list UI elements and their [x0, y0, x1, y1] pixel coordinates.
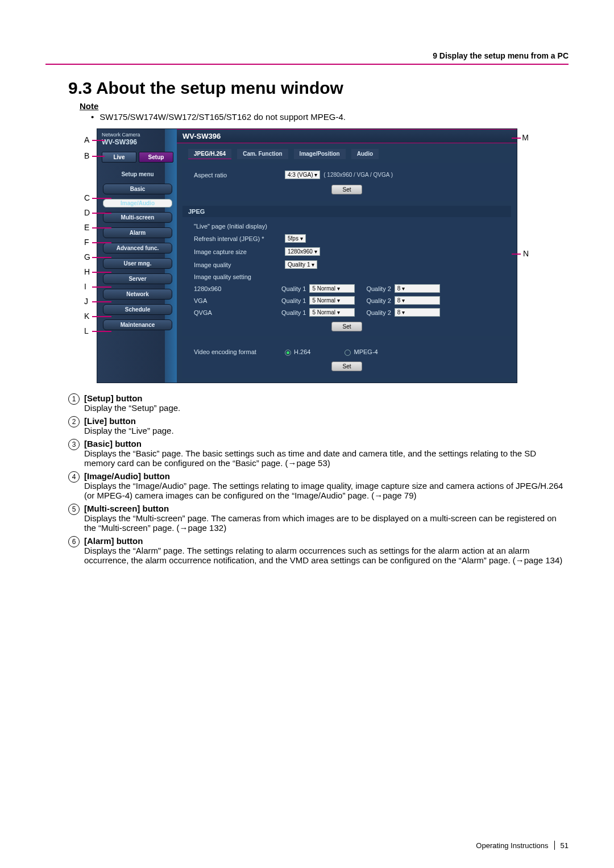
def-marker-1: 1 — [68, 393, 84, 413]
menu-alarm[interactable]: Alarm — [103, 227, 172, 238]
definitions-list: 1[Setup] buttonDisplay the “Setup” page.… — [45, 393, 569, 565]
aspect-ratio-hint: ( 1280x960 / VGA / QVGA ) — [323, 172, 393, 178]
q1-select-0[interactable]: 5 Normal ▾ — [309, 284, 355, 293]
def-marker-6: 6 — [68, 536, 84, 565]
setup-menu-label: Setup menu — [102, 169, 173, 179]
capture-size-select[interactable]: 1280x960 ▾ — [285, 247, 320, 256]
image-quality-label: Image quality — [194, 261, 285, 268]
def-title-4: [Image/Audio] button — [84, 471, 170, 481]
tab-cam-function[interactable]: Cam. Function — [237, 149, 288, 159]
q2-select-1[interactable]: 8 ▾ — [395, 296, 440, 305]
footer-label: Operating Instructions — [476, 841, 548, 850]
def-title-1: [Setup] button — [84, 393, 142, 403]
def-title-2: [Live] button — [84, 416, 136, 426]
brand-model: WV-SW396 — [98, 138, 177, 151]
radio-mpeg4[interactable]: MPEG-4 — [345, 348, 377, 356]
setup-button[interactable]: Setup — [139, 152, 173, 163]
iq-size-1: VGA — [194, 297, 279, 304]
iq-size-2: QVGA — [194, 309, 279, 316]
iq-setting-heading: Image quality setting — [194, 273, 285, 280]
marker-H: H — [84, 267, 90, 276]
def-body-2: Display the “Live” page. — [84, 426, 174, 435]
brand-line: Network Camera — [98, 131, 177, 138]
divider — [45, 64, 569, 65]
marker-D: D — [84, 208, 90, 217]
live-page-init-label: "Live" page (Initial display) — [194, 223, 285, 230]
menu-advanced-func[interactable]: Advanced func. — [103, 243, 172, 254]
marker-A: A — [84, 135, 89, 144]
def-title-5: [Multi-screen] button — [84, 504, 169, 513]
def-marker-4: 4 — [68, 471, 84, 500]
set-button-1[interactable]: Set — [331, 185, 362, 194]
breadcrumb: 9 Display the setup menu from a PC — [45, 51, 569, 60]
marker-L: L — [84, 326, 89, 335]
radio-h264[interactable]: H.264 — [285, 348, 310, 356]
iq-size-0: 1280x960 — [194, 285, 279, 292]
live-button[interactable]: Live — [102, 152, 136, 163]
video-encoding-label: Video encoding format — [194, 348, 285, 355]
marker-K: K — [84, 312, 89, 321]
def-marker-5: 5 — [68, 504, 84, 533]
tab-image-position[interactable]: Image/Position — [294, 149, 346, 159]
marker-F: F — [84, 238, 89, 247]
menu-basic[interactable]: Basic — [103, 184, 172, 194]
q1-select-1[interactable]: 5 Normal ▾ — [309, 296, 355, 305]
def-title-6: [Alarm] button — [84, 536, 143, 546]
note-heading: Note — [80, 101, 569, 111]
image-quality-select[interactable]: Quality 1 ▾ — [285, 260, 317, 269]
def-body-3: Displays the “Basic” page. The basic set… — [84, 448, 536, 468]
menu-multi-screen[interactable]: Multi-screen — [103, 212, 172, 223]
q1-select-2[interactable]: 5 Normal ▾ — [309, 308, 355, 317]
def-body-5: Displays the “Multi-screen” page. The ca… — [84, 513, 557, 533]
capture-size-label: Image capture size — [194, 248, 285, 255]
menu-schedule[interactable]: Schedule — [103, 304, 172, 315]
note-text: SW175/SW174W/SW172/ST165/ST162 do not su… — [99, 112, 346, 122]
refresh-interval-label: Refresh interval (JPEG) * — [194, 235, 285, 242]
def-marker-3: 3 — [68, 439, 84, 468]
def-body-4: Displays the “Image/Audio” page. The set… — [84, 481, 563, 500]
set-button-3[interactable]: Set — [331, 362, 362, 371]
marker-G: G — [84, 252, 90, 261]
marker-N: N — [523, 249, 529, 258]
marker-J: J — [84, 297, 88, 306]
def-marker-2: 2 — [68, 416, 84, 435]
menu-user-mng[interactable]: User mng. — [103, 258, 172, 269]
marker-E: E — [84, 223, 89, 232]
marker-I: I — [84, 282, 86, 291]
q2-select-0[interactable]: 8 ▾ — [395, 284, 440, 293]
menu-network[interactable]: Network — [103, 289, 172, 300]
def-title-3: [Basic] button — [84, 439, 142, 448]
def-body-1: Display the “Setup” page. — [84, 403, 180, 413]
titlebar: WV-SW396 — [177, 129, 517, 143]
page-title: 9.3 About the setup menu window — [68, 78, 569, 98]
menu-maintenance[interactable]: Maintenance — [103, 319, 172, 330]
aspect-ratio-label: Aspect ratio — [194, 172, 285, 178]
menu-image-audio[interactable]: Image/Audio — [103, 199, 172, 207]
setup-window-figure: A B C D E F G H I J K L M N Network Came… — [97, 128, 517, 383]
marker-B: B — [84, 151, 89, 160]
tab-audio[interactable]: Audio — [351, 149, 379, 159]
refresh-interval-select[interactable]: 5fps ▾ — [285, 234, 306, 243]
footer-page: 51 — [561, 841, 569, 850]
marker-M: M — [522, 133, 529, 142]
page-footer: Operating Instructions 51 — [45, 841, 569, 850]
q2-select-2[interactable]: 8 ▾ — [395, 308, 440, 317]
aspect-ratio-select[interactable]: 4:3 (VGA) ▾ — [285, 171, 320, 179]
tab-jpeg-h264[interactable]: JPEG/H.264 — [188, 149, 231, 159]
menu-server[interactable]: Server — [103, 273, 172, 284]
marker-C: C — [84, 193, 90, 202]
jpeg-heading: JPEG — [182, 206, 511, 217]
def-body-6: Displays the “Alarm” page. The settings … — [84, 546, 562, 565]
bullet: • — [91, 112, 94, 122]
set-button-2[interactable]: Set — [331, 322, 362, 331]
